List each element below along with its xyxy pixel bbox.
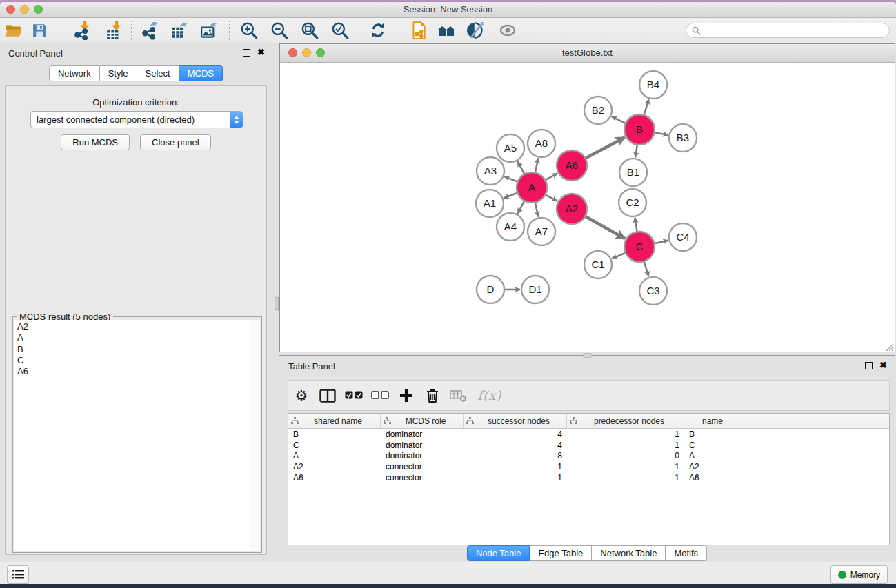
table-cell[interactable]: B	[288, 429, 381, 439]
function-builder-icon[interactable]: f(x)	[472, 385, 508, 407]
table-cell[interactable]: 4	[464, 429, 567, 439]
search-box[interactable]	[686, 23, 890, 38]
graph-node-A1[interactable]: A1	[476, 190, 504, 217]
column-header[interactable]: predecessor nodes	[567, 414, 684, 428]
graph-edge-B-B4[interactable]	[644, 99, 648, 116]
network-window-titlebar[interactable]: testGlobe.txt	[280, 44, 895, 63]
tab-network-table[interactable]: Network Table	[592, 545, 666, 561]
import-network-icon[interactable]	[72, 19, 94, 41]
memory-button[interactable]: Memory	[830, 565, 888, 584]
save-icon[interactable]	[28, 19, 50, 41]
graph-node-A4[interactable]: A4	[497, 213, 524, 241]
tab-select[interactable]: Select	[137, 65, 179, 81]
close-window-icon[interactable]	[6, 5, 15, 14]
graph-node-D[interactable]: D	[477, 276, 504, 303]
column-header[interactable]: MCDS role	[381, 414, 464, 428]
delete-table-icon[interactable]	[446, 385, 472, 407]
table-cell[interactable]: B	[684, 429, 741, 439]
table-cell[interactable]: 1	[464, 462, 567, 472]
table-cell[interactable]: 0	[567, 451, 684, 460]
table-row[interactable]: Adominator80A	[288, 451, 889, 462]
table-cell[interactable]: 8	[464, 451, 567, 460]
graph-node-A7[interactable]: A7	[528, 218, 555, 245]
graph-node-C2[interactable]: C2	[619, 189, 646, 216]
zoom-fit-icon[interactable]	[299, 19, 321, 41]
table-cell[interactable]: A6	[288, 473, 381, 483]
horizontal-split-handle[interactable]	[583, 353, 592, 358]
graph-edge-B-B2[interactable]	[612, 116, 626, 123]
column-header[interactable]: successor nodes	[464, 414, 567, 428]
graph-node-D1[interactable]: D1	[521, 276, 549, 303]
graph-edge-C-C4[interactable]	[653, 241, 668, 244]
task-history-button[interactable]	[7, 565, 29, 584]
new-network-from-file-icon[interactable]	[408, 19, 430, 41]
zoom-selected-icon[interactable]	[329, 19, 351, 41]
close-panel-button[interactable]: Close panel	[140, 134, 211, 150]
graph-node-C3[interactable]: C3	[639, 277, 667, 305]
graph-edge-A6-B[interactable]	[585, 137, 625, 159]
graph-edge-C-C1[interactable]	[612, 252, 626, 258]
tab-mcds[interactable]: MCDS	[179, 65, 223, 81]
refresh-icon[interactable]	[367, 19, 389, 41]
graph-node-A3[interactable]: A3	[477, 157, 504, 185]
export-table-icon[interactable]	[169, 19, 191, 41]
table-cell[interactable]: A2	[684, 462, 741, 472]
table-row[interactable]: A6connector11A6	[288, 472, 889, 483]
float-panel-icon[interactable]	[243, 49, 250, 57]
settings-gear-icon[interactable]: ⚙	[288, 385, 315, 407]
table-cell[interactable]: A	[288, 451, 381, 460]
graph-edge-B-B3[interactable]	[654, 132, 668, 135]
result-list-item[interactable]: B	[17, 344, 250, 355]
column-header[interactable]: shared name	[288, 414, 381, 428]
table-cell[interactable]: A2	[288, 462, 381, 472]
graph-edge-C-C3[interactable]	[644, 261, 648, 276]
result-scrollbar[interactable]	[250, 320, 260, 551]
eye-icon[interactable]	[497, 19, 519, 41]
minimize-window-icon[interactable]	[20, 5, 29, 14]
graph-edge-A2-C[interactable]	[584, 216, 625, 239]
table-cell[interactable]: 1	[567, 473, 684, 483]
vertical-split-handle[interactable]	[275, 297, 279, 310]
tab-network[interactable]: Network	[49, 65, 100, 81]
tab-style[interactable]: Style	[100, 65, 137, 81]
graph-edge-A-A5[interactable]	[518, 161, 525, 174]
zoom-in-icon[interactable]	[238, 19, 260, 41]
graphics-details-icon[interactable]	[466, 19, 488, 41]
graph-edge-A-A3[interactable]	[504, 176, 518, 182]
table-cell[interactable]: 1	[567, 440, 684, 450]
graph-node-B[interactable]: B	[624, 114, 655, 145]
table-close-panel-icon[interactable]: ✖	[879, 361, 887, 369]
resize-grip-icon[interactable]	[884, 342, 894, 352]
table-cell[interactable]: 4	[464, 440, 567, 450]
tab-node-table[interactable]: Node Table	[467, 545, 530, 561]
graph-edge-B-B1[interactable]	[635, 144, 637, 157]
result-list-item[interactable]: A	[17, 332, 250, 343]
table-row[interactable]: Cdominator41C	[288, 440, 889, 451]
network-zoom-icon[interactable]	[316, 48, 325, 57]
graph-node-C1[interactable]: C1	[584, 251, 612, 278]
graph-node-A5[interactable]: A5	[497, 134, 524, 162]
table-cell[interactable]: A	[684, 451, 741, 460]
graph-node-A8[interactable]: A8	[528, 130, 555, 157]
graph-node-C[interactable]: C	[624, 232, 655, 262]
table-cell[interactable]: C	[288, 440, 381, 450]
zoom-out-icon[interactable]	[268, 19, 290, 41]
table-cell[interactable]: dominator	[381, 451, 464, 460]
import-table-icon[interactable]	[103, 19, 126, 41]
graph-node-A2[interactable]: A2	[557, 194, 587, 224]
graph-edge-A-A1[interactable]	[504, 192, 519, 198]
graph-node-C4[interactable]: C4	[669, 223, 697, 251]
split-columns-icon[interactable]	[315, 385, 341, 407]
criterion-dropdown[interactable]: largest connected component (directed)	[30, 111, 243, 128]
table-cell[interactable]: A6	[684, 473, 741, 483]
graph-edge-C-C2[interactable]	[635, 218, 637, 233]
graph-node-B2[interactable]: B2	[584, 97, 612, 124]
table-row[interactable]: A2connector11A2	[288, 461, 889, 472]
run-mcds-button[interactable]: Run MCDS	[61, 134, 130, 150]
table-cell[interactable]: 1	[464, 473, 567, 483]
result-list-item[interactable]: C	[17, 355, 250, 366]
graph-node-A6[interactable]: A6	[557, 150, 587, 181]
graph-edge-A-A8[interactable]	[535, 158, 538, 173]
table-cell[interactable]: C	[684, 440, 741, 450]
mcds-result-listbox[interactable]: A2ABCA6	[14, 320, 250, 551]
